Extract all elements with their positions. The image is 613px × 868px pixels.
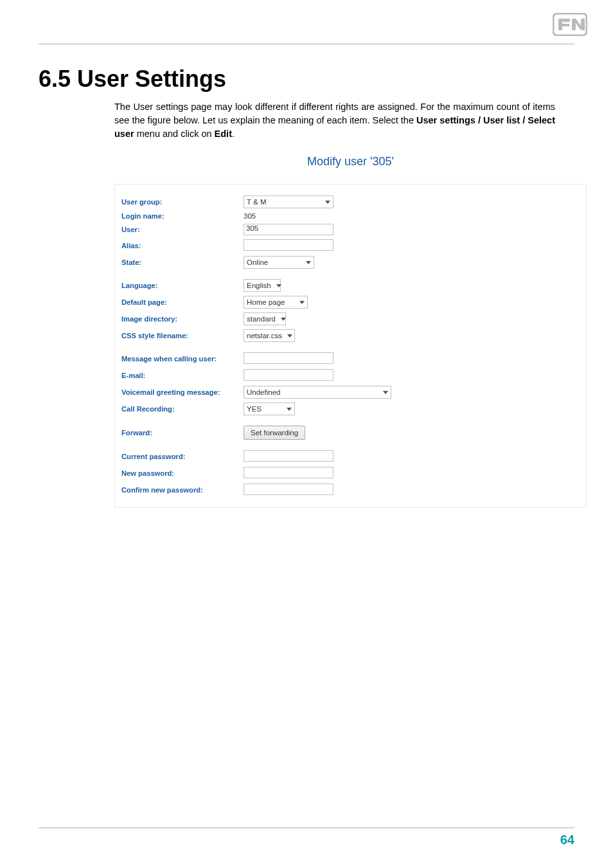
page-number: 64 [560, 833, 574, 847]
label-voicemail: Voicemail greeting message: [121, 384, 244, 401]
chevron-down-icon [299, 301, 305, 304]
select-state[interactable]: Online [244, 256, 314, 269]
row-user: User: 305 [121, 222, 580, 237]
select-image-directory[interactable]: standard [244, 312, 286, 325]
row-message-calling: Message when calling user: [121, 350, 580, 367]
input-confirm-password[interactable] [244, 484, 333, 495]
select-language-value: English [247, 282, 271, 289]
select-call-recording-value: YES [247, 405, 262, 413]
select-css-style-value: netstar.css [247, 332, 282, 339]
label-current-password: Current password: [121, 448, 244, 465]
label-language: Language: [121, 277, 244, 294]
select-image-directory-value: standard [247, 315, 276, 323]
select-user-group-value: T & M [247, 198, 266, 206]
label-login-name: Login name: [121, 210, 244, 222]
input-current-password[interactable] [244, 450, 333, 462]
label-message-calling: Message when calling user: [121, 350, 244, 367]
intro-paragraph: The User settings page may look differen… [114, 100, 555, 141]
select-call-recording[interactable]: YES [244, 402, 295, 415]
page-container: 6.5 User Settings The User settings page… [0, 0, 613, 868]
select-default-page[interactable]: Home page [244, 296, 308, 309]
value-login-name: 305 [244, 212, 256, 220]
section-heading: 6.5 User Settings [39, 66, 574, 93]
chevron-down-icon [287, 408, 292, 411]
chevron-down-icon [276, 284, 281, 287]
row-voicemail: Voicemail greeting message: Undefined [121, 384, 580, 401]
input-email[interactable] [244, 369, 333, 381]
row-state: State: Online [121, 254, 580, 271]
input-message-calling[interactable] [244, 352, 333, 364]
label-image-directory: Image directory: [121, 311, 244, 327]
footer-divider [39, 827, 574, 828]
select-css-style[interactable]: netstar.css [244, 329, 295, 342]
label-forward: Forward: [121, 424, 244, 442]
label-css-style: CSS style filename: [121, 327, 244, 344]
row-alias: Alias: [121, 237, 580, 254]
row-forward: Forward: Set forwarding [121, 424, 580, 442]
brand-logo [553, 13, 587, 36]
row-css-style: CSS style filename: netstar.css [121, 327, 580, 344]
set-forwarding-button[interactable]: Set forwarding [244, 426, 305, 440]
select-voicemail[interactable]: Undefined [244, 386, 391, 399]
row-login-name: Login name: 305 [121, 210, 580, 222]
row-current-password: Current password: [121, 448, 580, 465]
row-email: E-mail: [121, 367, 580, 384]
row-confirm-password: Confirm new password: [121, 482, 580, 498]
label-new-password: New password: [121, 465, 244, 482]
input-user[interactable]: 305 [244, 224, 333, 235]
input-new-password[interactable] [244, 467, 333, 478]
row-default-page: Default page: Home page [121, 294, 580, 311]
select-state-value: Online [247, 258, 268, 266]
row-call-recording: Call Recording: YES [121, 401, 580, 417]
label-user-group: User group: [121, 194, 244, 210]
select-user-group[interactable]: T & M [244, 195, 333, 208]
chevron-down-icon [306, 261, 311, 264]
input-alias[interactable] [244, 239, 333, 251]
chevron-down-icon [383, 391, 388, 394]
chevron-down-icon [287, 334, 292, 338]
select-voicemail-value: Undefined [247, 388, 280, 396]
label-user: User: [121, 222, 244, 237]
label-state: State: [121, 254, 244, 271]
label-confirm-password: Confirm new password: [121, 482, 244, 498]
label-alias: Alias: [121, 237, 244, 254]
screenshot-figure: Modify user '305' User group: T & M Logi… [114, 155, 587, 508]
intro-text2: menu and click on [134, 129, 215, 139]
intro-text3: . [232, 129, 235, 139]
chevron-down-icon [325, 201, 330, 204]
label-default-page: Default page: [121, 294, 244, 311]
label-email: E-mail: [121, 367, 244, 384]
figure-title: Modify user '305' [114, 155, 587, 168]
row-user-group: User group: T & M [121, 194, 580, 210]
label-call-recording: Call Recording: [121, 401, 244, 417]
row-language: Language: English [121, 277, 580, 294]
intro-edit: Edit [215, 129, 232, 139]
chevron-down-icon [281, 318, 286, 321]
row-image-directory: Image directory: standard [121, 311, 580, 327]
header-divider [39, 44, 574, 44]
row-new-password: New password: [121, 465, 580, 482]
settings-panel: User group: T & M Login name: 305 User: … [114, 184, 587, 508]
select-language[interactable]: English [244, 279, 281, 292]
select-default-page-value: Home page [247, 298, 285, 306]
